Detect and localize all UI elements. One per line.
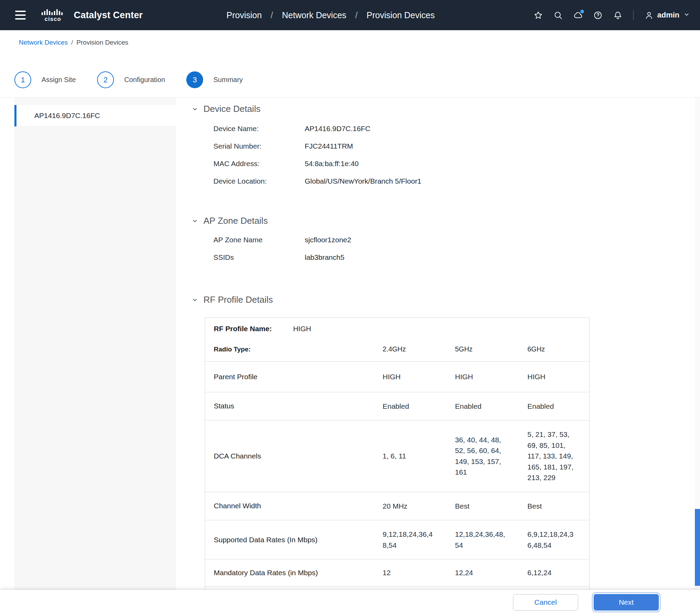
breadcrumb-separator: / [71,39,73,46]
footer-action-bar: Cancel Next [0,590,700,615]
section-title: RF Profile Details [203,294,273,305]
star-icon[interactable] [534,11,543,20]
device-details-heading[interactable]: Device Details [191,104,685,114]
chevron-down-icon [191,105,199,113]
table-row-mandatory-data-rates: Mandatory Data Rates (in Mbps) 12 12,24 … [205,559,589,586]
help-icon[interactable] [593,11,603,20]
step-label: Summary [213,76,243,84]
table-row-channel-width: Channel Width 20 MHz Best Best [205,492,589,520]
header-breadcrumb: Provision / Network Devices / Provision … [226,0,435,30]
column-header-5ghz: 5GHz [455,345,527,353]
step-summary[interactable]: 3 Summary [186,71,243,88]
rf-table-header: RF Profile Name: HIGH Radio Type: 2.4GHz… [205,318,589,361]
summary-panel: Device Details Device Name: AP1416.9D7C.… [191,97,685,590]
ap-zone-details-heading[interactable]: AP Zone Details [191,216,685,226]
device-name: AP1416.9D7C.16FC [34,112,100,120]
table-row-supported-data-rates: Supported Data Rates (In Mbps) 9,12,18,2… [205,520,589,559]
field-value: FJC24411TRM [305,142,685,150]
cisco-logo: cisco [42,8,64,22]
cell-value: 12,18,24,36,48,54 [455,529,527,550]
row-label: Status [205,402,383,410]
bell-icon[interactable] [613,11,622,20]
radio-type-label: Radio Type: [205,346,383,353]
cell-value: Enabled [383,401,455,412]
cisco-logo-bars [42,8,64,15]
cell-value: 12 [383,567,455,578]
device-list-panel: AP1416.9D7C.16FC [14,97,176,590]
breadcrumb-separator: / [355,10,358,20]
step-label: Configuration [124,76,165,84]
table-row-clipped [205,586,589,590]
field-value: lab3branch5 [305,253,685,262]
step-number: 3 [186,71,203,88]
chevron-down-icon [683,11,690,20]
row-label: Supported Data Rates (In Mbps) [205,536,383,544]
ap-zone-fields: AP Zone Name sjcfloor1zone2 SSIDs lab3br… [213,236,685,262]
step-configuration[interactable]: 2 Configuration [97,71,165,88]
cloud-icon[interactable] [573,11,583,20]
cell-value: HIGH [527,371,589,382]
breadcrumb-network-devices[interactable]: Network Devices [19,39,68,46]
breadcrumb: Network Devices / Provision Devices [19,39,128,46]
field-label: Serial Number: [213,142,305,150]
cell-value: 6,12,24 [527,567,589,578]
chevron-down-icon [191,217,199,225]
ap-zone-details-section: AP Zone Details AP Zone Name sjcfloor1zo… [191,216,685,262]
cell-value: Enabled [455,401,527,412]
column-header-6ghz: 6GHz [527,345,589,353]
table-row-status: Status Enabled Enabled Enabled [205,392,589,420]
table-row-dca-channels: DCA Channels 1, 6, 11 36, 40, 44, 48, 52… [205,420,589,492]
search-icon[interactable] [553,11,563,20]
cloud-status-dot [580,10,584,13]
breadcrumb-separator: / [271,10,273,20]
cisco-logo-text: cisco [45,16,61,22]
header-breadcrumb-provision-devices[interactable]: Provision Devices [366,10,435,20]
header-divider [633,10,634,20]
cell-value: Best [455,501,527,512]
cancel-button[interactable]: Cancel [513,594,578,611]
row-label: DCA Channels [205,452,383,460]
cell-value: 5, 21, 37, 53, 69, 85, 101, 117, 133, 14… [527,429,589,483]
rf-profile-name-label: RF Profile Name: [214,325,272,333]
field-label: AP Zone Name [213,236,305,244]
scrollbar-thumb[interactable] [695,509,700,586]
step-number: 2 [97,71,114,88]
device-details-section: Device Details Device Name: AP1416.9D7C.… [191,104,685,185]
cell-value: HIGH [383,371,455,382]
field-value: Global/US/NewYork/Branch 5/Floor1 [305,177,685,185]
user-name: admin [657,11,679,20]
field-label: SSIDs [213,253,305,262]
cell-value: 6,9,12,18,24,36,48,54 [527,529,589,550]
rf-profile-name-value: HIGH [293,325,311,333]
user-menu[interactable]: admin [644,11,690,20]
header-breadcrumb-network-devices[interactable]: Network Devices [282,10,347,20]
header-breadcrumb-provision[interactable]: Provision [226,10,262,20]
cell-value: 12,24 [455,567,527,578]
step-assign-site[interactable]: 1 Assign Site [14,71,76,88]
field-label: MAC Address: [213,160,305,168]
rf-profile-details-heading[interactable]: RF Profile Details [191,294,685,305]
device-details-fields: Device Name: AP1416.9D7C.16FC Serial Num… [213,125,685,185]
header-icons: admin [534,10,690,20]
cell-value: Best [527,501,589,512]
cell-value: HIGH [455,371,527,382]
cell-value: 36, 40, 44, 48, 52, 56, 60, 64, 149, 153… [455,434,527,478]
menu-icon[interactable] [15,11,26,20]
field-label: Device Location: [213,177,305,185]
step-number: 1 [14,71,31,88]
cell-value: Enabled [527,401,589,412]
field-value: sjcfloor1zone2 [305,236,685,244]
row-label: Channel Width [205,502,383,510]
cell-value: 20 MHz [383,501,455,512]
cell-value: 9,12,18,24,36,48,54 [383,529,455,550]
device-list-item[interactable]: AP1416.9D7C.16FC [14,105,176,127]
rf-profile-table: RF Profile Name: HIGH Radio Type: 2.4GHz… [205,317,590,590]
chevron-down-icon [191,296,199,304]
app-title: Catalyst Center [74,10,143,21]
section-title: AP Zone Details [203,216,268,226]
next-button[interactable]: Next [594,594,659,611]
column-header-2-4ghz: 2.4GHz [383,345,455,353]
field-value: AP1416.9D7C.16FC [305,125,685,133]
app-header: cisco Catalyst Center Provision / Networ… [0,0,700,30]
step-label: Assign Site [42,76,76,84]
